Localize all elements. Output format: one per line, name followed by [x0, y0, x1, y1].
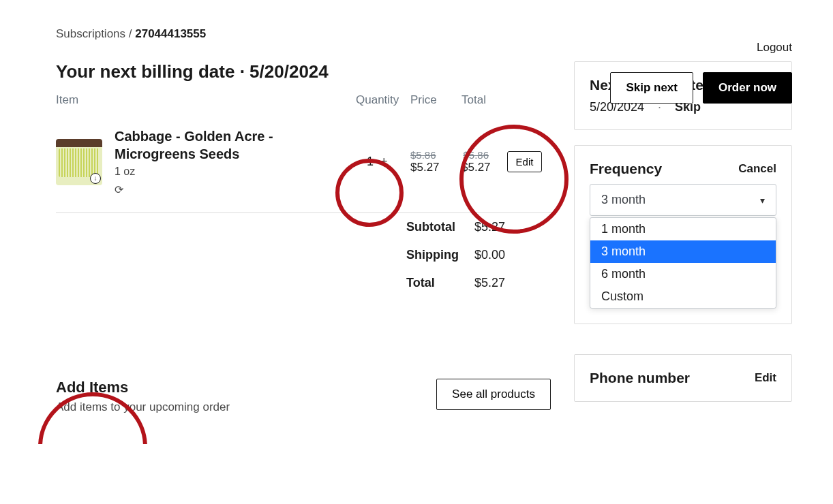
- qty-value: 1: [367, 155, 374, 169]
- qty-increment[interactable]: +: [380, 155, 388, 169]
- phone-number-card: Phone number Edit: [574, 354, 792, 402]
- edit-line-button[interactable]: Edit: [507, 151, 543, 172]
- add-items-title: Add Items: [56, 379, 230, 396]
- skip-next-button[interactable]: Skip next: [610, 72, 693, 104]
- product-variant: 1 oz: [115, 166, 356, 178]
- col-quantity: Quantity: [356, 93, 410, 107]
- order-now-button[interactable]: Order now: [703, 72, 792, 104]
- summary-subtotal: Subtotal $5.27: [56, 213, 551, 241]
- page-title: Your next billing date · 5/20/2024: [56, 61, 551, 82]
- breadcrumb-root[interactable]: Subscriptions: [56, 27, 125, 40]
- cancel-subscription-link[interactable]: Cancel: [738, 162, 776, 176]
- thumb-badge-icon: ↓: [90, 173, 101, 184]
- frequency-title: Frequency: [590, 161, 662, 177]
- recurring-icon: ⟳: [115, 183, 356, 196]
- logout-link[interactable]: Logout: [757, 41, 792, 54]
- summary-total: Total $5.27: [56, 269, 551, 297]
- phone-number-title: Phone number: [590, 370, 690, 386]
- col-total: Total: [461, 93, 551, 107]
- breadcrumb: Subscriptions / 27044413555: [56, 27, 792, 41]
- unit-price-current: $5.27: [410, 161, 461, 174]
- breadcrumb-current: 27044413555: [135, 27, 206, 40]
- table-header: Item Quantity Price Total: [56, 93, 551, 111]
- product-thumbnail[interactable]: ↓: [56, 139, 102, 185]
- frequency-selected-value: 3 month: [601, 193, 646, 207]
- unit-price: $5.86 $5.27: [410, 149, 461, 174]
- product-name: Cabbage - Golden Acre - Microgreens Seed…: [115, 127, 356, 163]
- frequency-card: Frequency Cancel 3 month ▾ 1 month 3 mon…: [574, 145, 792, 324]
- frequency-dropdown: 1 month 3 month 6 month Custom: [590, 217, 776, 309]
- col-price: Price: [410, 93, 461, 107]
- see-all-products-button[interactable]: See all products: [436, 379, 551, 410]
- quantity-stepper: - 1 +: [356, 155, 410, 169]
- col-item: Item: [56, 93, 356, 107]
- line-total-original: $5.86: [461, 149, 491, 161]
- frequency-option-3month[interactable]: 3 month: [590, 240, 776, 263]
- frequency-select[interactable]: 3 month ▾: [590, 184, 776, 216]
- chevron-down-icon: ▾: [760, 195, 765, 206]
- summary-shipping: Shipping $0.00: [56, 241, 551, 269]
- unit-price-original: $5.86: [410, 149, 461, 161]
- edit-phone-link[interactable]: Edit: [755, 371, 776, 385]
- line-item-row: ↓ Cabbage - Golden Acre - Microgreens Se…: [56, 111, 551, 212]
- add-items-subtitle: Add items to your upcoming order: [56, 400, 230, 414]
- line-total: $5.86 $5.27: [461, 149, 491, 174]
- qty-decrement[interactable]: -: [356, 155, 360, 169]
- line-total-current: $5.27: [461, 161, 491, 174]
- frequency-option-6month[interactable]: 6 month: [590, 263, 776, 285]
- breadcrumb-sep: /: [125, 27, 135, 40]
- frequency-option-custom[interactable]: Custom: [590, 285, 776, 308]
- frequency-option-1month[interactable]: 1 month: [590, 218, 776, 240]
